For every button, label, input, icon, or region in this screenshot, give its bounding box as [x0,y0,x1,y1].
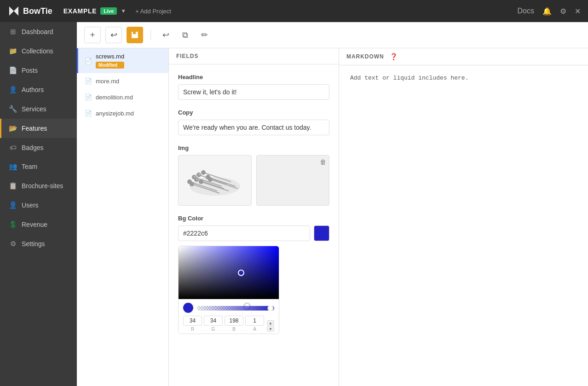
img-field: 🗑 [178,155,329,206]
project-dropdown-icon[interactable]: ▼ [121,8,126,14]
img-slot: 🗑 [256,155,329,206]
markdown-placeholder: Add text or liquid includes here. [350,75,468,81]
sidebar-item-team[interactable]: 👥 Team [0,157,77,176]
file-name: demolition.md [96,94,162,101]
sidebar-item-settings[interactable]: ⚙ Settings [0,234,77,253]
editor-area: FIELDS Headline Copy [169,48,588,386]
bg-color-field-group: Bg Color [178,215,329,334]
color-picker-circle[interactable] [238,270,244,276]
main-layout: ⊞ Dashboard 📁 Collections 📄 Posts 👤 Auth… [0,22,588,386]
badges-icon: 🏷 [9,144,17,151]
add-project-button[interactable]: + Add Project [135,8,171,15]
svg-point-26 [198,173,200,175]
headline-label: Headline [178,74,329,81]
copy-input[interactable] [178,120,329,135]
rgba-g-label: G [212,327,215,332]
toolbar-undo-action[interactable]: ↩ [158,28,173,42]
file-item-anysizejob[interactable]: 📄 anysizejob.md [77,105,168,121]
settings-icon[interactable]: ⚙ [560,7,566,16]
toolbar-edit-action[interactable]: ✏ [197,28,212,42]
sidebar-item-label: Badges [22,144,43,151]
screws-image [185,161,245,200]
svg-point-21 [187,179,192,184]
rgba-r-input[interactable] [183,316,202,326]
fields-panel: FIELDS Headline Copy [169,48,339,386]
sidebar-item-services[interactable]: 🔧 Services [0,99,77,119]
color-swatch[interactable] [314,225,329,241]
file-item-screws[interactable]: 📄 screws.md Modified [77,48,168,73]
color-circle-preview [183,303,193,313]
logo-text: BowTie [23,6,52,16]
alpha-thumb[interactable] [267,306,274,311]
sidebar-item-brochure-sites[interactable]: 📋 Brochure-sites [0,176,77,196]
sidebar-item-collections[interactable]: 📁 Collections [0,41,77,61]
headline-input[interactable] [178,84,329,100]
rgba-g-input[interactable] [204,316,223,326]
revenue-icon: 💲 [9,220,17,229]
svg-point-24 [194,176,196,178]
svg-point-23 [208,177,213,182]
sidebar-item-posts[interactable]: 📄 Posts [0,61,77,80]
color-gradient-dark [179,246,279,299]
copy-field-group: Copy [178,109,329,135]
file-modified-badge: Modified [96,62,124,69]
topbar: BowTie EXAMPLE Live ▼ + Add Project Docs… [0,0,588,22]
services-icon: 🔧 [9,105,17,113]
sidebar-item-label: Authors [22,86,44,93]
copy-label: Copy [178,109,329,116]
hue-slider-row [183,303,274,313]
spinner-up-button[interactable]: ▲ [267,320,274,326]
toolbar-copy-action[interactable]: ⧉ [178,28,192,42]
undo-button[interactable]: ↩ [105,27,122,43]
content-area: + ↩ ↩ ⧉ ✏ 📄 screws.md [77,22,588,386]
sidebar-item-badges[interactable]: 🏷 Badges [0,138,77,157]
sidebar-item-features[interactable]: 📂 Features [0,119,77,138]
rgba-b-input[interactable] [225,316,243,326]
markdown-help-icon[interactable]: ❓ [390,53,398,60]
img-delete-button[interactable]: 🗑 [320,158,326,166]
file-icon: 📄 [85,110,92,117]
sidebar-item-label: Services [22,105,46,113]
save-button[interactable] [127,27,143,43]
logo[interactable]: BowTie [7,5,52,17]
inner-layout: 📄 screws.md Modified 📄 more.md 📄 demolit… [77,48,588,386]
file-item-demolition[interactable]: 📄 demolition.md [77,89,168,105]
markdown-content[interactable]: Add text or liquid includes here. [339,65,588,91]
toolbar: + ↩ ↩ ⧉ ✏ [77,22,588,48]
sidebar-item-authors[interactable]: 👤 Authors [0,80,77,99]
add-button[interactable]: + [84,27,101,43]
live-badge: Live [100,7,117,15]
color-gradient-area[interactable] [179,246,279,299]
sidebar-item-label: Collections [22,47,53,55]
close-icon[interactable]: ✕ [575,7,581,16]
svg-point-18 [199,179,203,184]
sidebar-item-label: Settings [22,240,45,248]
toolbar-divider [150,29,151,40]
sidebar-item-revenue[interactable]: 💲 Revenue [0,215,77,234]
rgba-r-label: R [191,327,194,332]
docs-link[interactable]: Docs [518,7,534,15]
posts-icon: 📄 [9,66,17,75]
rgba-inputs: R G B [183,316,274,332]
project-selector[interactable]: EXAMPLE Live ▼ [63,7,126,15]
rgba-a-field: A [245,316,264,332]
dashboard-icon: ⊞ [9,28,17,36]
sidebar-item-label: Features [22,125,47,132]
img-field-group: Img [178,144,329,206]
team-icon: 👥 [9,162,17,171]
sidebar-item-dashboard[interactable]: ⊞ Dashboard [0,22,77,41]
color-hex-input[interactable] [178,225,310,241]
file-icon: 📄 [85,94,92,101]
sidebar-item-label: Revenue [22,221,47,228]
rgba-a-input[interactable] [245,316,264,326]
sidebar-item-label: Team [22,163,37,170]
spinner-down-button[interactable]: ▼ [267,326,274,332]
svg-marker-1 [14,6,18,16]
file-item-more[interactable]: 📄 more.md [77,73,168,89]
rgba-b-label: B [232,327,236,332]
brochure-sites-icon: 📋 [9,182,17,190]
save-icon [131,31,139,39]
notifications-icon[interactable]: 🔔 [542,7,552,16]
img-label: Img [178,144,329,151]
sidebar-item-users[interactable]: 👤 Users [0,196,77,215]
